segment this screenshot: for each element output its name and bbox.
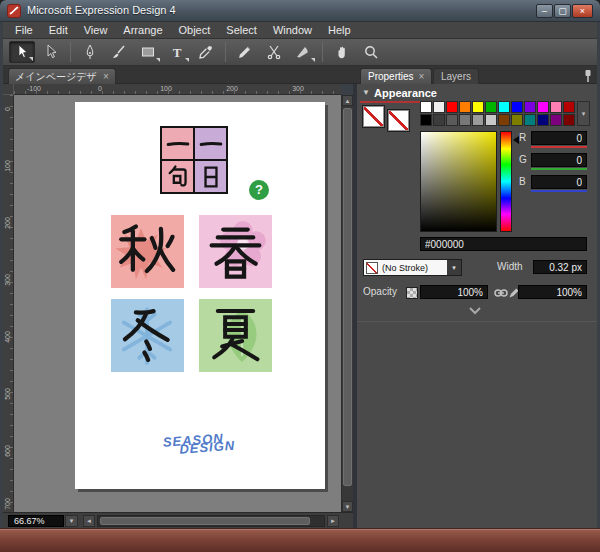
appearance-collapse-icon[interactable]: ▼ xyxy=(362,88,370,97)
color-swatch[interactable] xyxy=(511,101,523,113)
pin-icon[interactable] xyxy=(582,69,594,83)
canvas-vertical-scrollbar[interactable]: ▲ ▼ xyxy=(341,95,353,512)
fill-swatch-none[interactable] xyxy=(363,106,384,127)
hue-slider[interactable] xyxy=(500,131,512,232)
color-swatch[interactable] xyxy=(498,101,510,113)
season-box-summer[interactable] xyxy=(199,299,272,372)
color-swatch[interactable] xyxy=(550,114,562,126)
color-swatch[interactable] xyxy=(420,101,432,113)
menu-help[interactable]: Help xyxy=(320,22,359,38)
document-tab[interactable]: メインページデザ... × xyxy=(8,68,116,84)
kanji-summer xyxy=(205,305,266,366)
color-swatch[interactable] xyxy=(537,101,549,113)
panel-collapse-chevron-icon[interactable] xyxy=(467,306,483,315)
color-swatch[interactable] xyxy=(420,114,432,126)
zoom-tool-button[interactable] xyxy=(358,41,384,63)
pencil-tool-button[interactable] xyxy=(232,41,258,63)
stroke-select-caret-icon[interactable]: ▾ xyxy=(447,260,461,275)
color-swatch[interactable] xyxy=(446,114,458,126)
r-accent-bar xyxy=(531,146,587,148)
hex-color-input[interactable] xyxy=(420,237,587,251)
color-swatch[interactable] xyxy=(459,114,471,126)
ruler-label: 500 xyxy=(3,384,13,404)
menu-view[interactable]: View xyxy=(76,22,116,38)
tab-layers[interactable]: Layers xyxy=(433,68,479,84)
canvas-viewport[interactable]: ? SEASON DESIGN xyxy=(14,95,341,512)
opacity-checker-icon[interactable] xyxy=(406,287,418,299)
app-logo-icon xyxy=(7,4,21,18)
kanji-autumn xyxy=(117,221,178,282)
toolbar-separator xyxy=(322,42,323,62)
document-tab-close-icon[interactable]: × xyxy=(103,72,109,82)
g-input[interactable] xyxy=(531,153,587,167)
ruler-label: 100 xyxy=(3,156,13,176)
scroll-right-button[interactable]: ► xyxy=(327,515,339,527)
vertical-scroll-thumb[interactable] xyxy=(343,108,352,486)
stroke-width-input[interactable] xyxy=(533,260,587,274)
minimize-button[interactable]: – xyxy=(536,4,553,18)
pan-tool-button[interactable] xyxy=(329,41,355,63)
horizontal-scroll-track[interactable] xyxy=(97,515,325,527)
color-swatch[interactable] xyxy=(433,114,445,126)
color-swatch[interactable] xyxy=(459,101,471,113)
scissors-tool-button[interactable] xyxy=(261,41,287,63)
color-swatch[interactable] xyxy=(563,114,575,126)
scroll-up-button[interactable]: ▲ xyxy=(342,95,353,106)
season-box-winter[interactable] xyxy=(111,299,184,372)
selection-tool-button[interactable] xyxy=(9,41,35,63)
season-design-logo[interactable]: SEASON DESIGN xyxy=(162,429,243,458)
season-box-spring[interactable] xyxy=(199,215,272,288)
selection-arrow-icon xyxy=(14,44,30,60)
zoom-dropdown-button[interactable]: ▾ xyxy=(65,515,78,527)
color-swatch[interactable] xyxy=(563,101,575,113)
maximize-button[interactable]: ▢ xyxy=(554,4,571,18)
menu-edit[interactable]: Edit xyxy=(41,22,76,38)
eyedropper-tool-button[interactable] xyxy=(193,41,219,63)
pen-tool-button[interactable] xyxy=(77,41,103,63)
header-grid-object[interactable] xyxy=(160,126,228,194)
r-input[interactable] xyxy=(531,131,587,145)
color-picker-field[interactable] xyxy=(420,131,497,232)
link-icon[interactable] xyxy=(493,286,509,300)
tab-properties[interactable]: Properties × xyxy=(360,68,432,84)
color-swatch[interactable] xyxy=(498,114,510,126)
stroke-select[interactable]: (No Stroke) ▾ xyxy=(363,259,462,276)
menu-object[interactable]: Object xyxy=(171,22,219,38)
b-input[interactable] xyxy=(531,175,587,189)
color-swatch[interactable] xyxy=(472,101,484,113)
opacity-input[interactable] xyxy=(420,285,488,299)
zoom-level-field[interactable]: 66.67% xyxy=(8,515,64,527)
stroke-opacity-input[interactable] xyxy=(518,285,587,299)
close-button[interactable]: × xyxy=(572,4,593,18)
color-swatch[interactable] xyxy=(433,101,445,113)
more-swatches-button[interactable]: ▾ xyxy=(577,101,590,126)
tab-properties-close-icon[interactable]: × xyxy=(419,72,425,82)
text-tool-button[interactable]: T xyxy=(164,41,190,63)
menu-select[interactable]: Select xyxy=(218,22,265,38)
color-swatch[interactable] xyxy=(472,114,484,126)
scroll-down-button[interactable]: ▼ xyxy=(342,501,353,512)
direct-selection-tool-button[interactable] xyxy=(38,41,64,63)
scroll-left-button[interactable]: ◄ xyxy=(83,515,95,527)
color-swatch[interactable] xyxy=(485,114,497,126)
artboard[interactable]: ? SEASON DESIGN xyxy=(75,102,325,489)
horizontal-scroll-thumb[interactable] xyxy=(100,517,310,525)
color-swatch[interactable] xyxy=(485,101,497,113)
paintbrush-tool-button[interactable] xyxy=(106,41,132,63)
season-box-autumn[interactable] xyxy=(111,215,184,288)
menu-arrange[interactable]: Arrange xyxy=(115,22,170,38)
color-swatch[interactable] xyxy=(550,101,562,113)
color-swatch[interactable] xyxy=(537,114,549,126)
knife-tool-button[interactable] xyxy=(290,41,316,63)
color-swatch[interactable] xyxy=(524,114,536,126)
stroke-swatch-none[interactable] xyxy=(388,110,409,131)
color-swatch[interactable] xyxy=(446,101,458,113)
help-badge[interactable]: ? xyxy=(249,180,269,200)
menu-file[interactable]: File xyxy=(7,22,41,38)
rectangle-tool-button[interactable] xyxy=(135,41,161,63)
menu-window[interactable]: Window xyxy=(265,22,320,38)
color-swatch[interactable] xyxy=(524,101,536,113)
ruler-label: 400 xyxy=(3,327,13,347)
color-swatch[interactable] xyxy=(511,114,523,126)
r-label: R xyxy=(519,132,526,143)
